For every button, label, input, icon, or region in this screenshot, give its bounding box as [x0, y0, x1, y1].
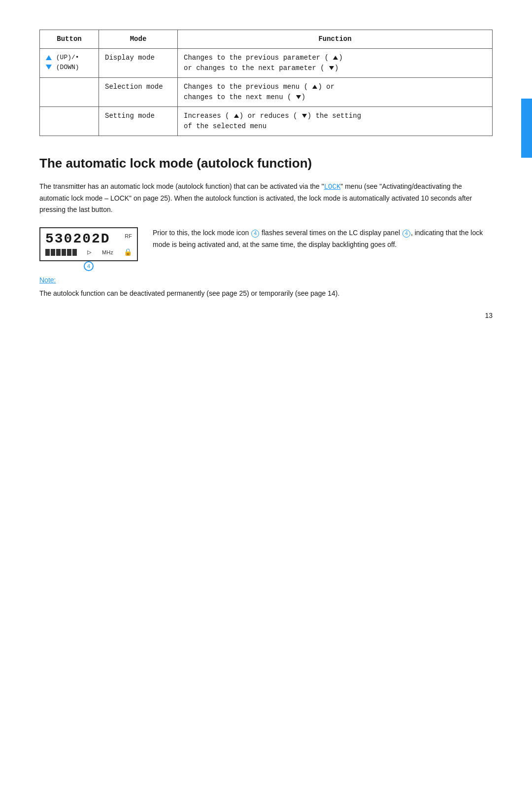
- battery-bar-2: [51, 249, 55, 256]
- note-text: The autolock function can be deactivated…: [39, 288, 493, 299]
- lcd-display: 530202D RF ▷ MHz 🔒: [39, 227, 138, 261]
- table-header-mode: Mode: [99, 30, 178, 49]
- table-cell-function-1: Changes to the previous parameter ( ) or…: [178, 49, 493, 78]
- tri-down-icon-2: [296, 95, 301, 99]
- page-number: 13: [485, 312, 493, 319]
- main-heading: The automatic lock mode (autolock functi…: [39, 156, 493, 171]
- tri-down-icon-3: [302, 114, 307, 118]
- lcd-top-row: 530202D RF: [45, 232, 132, 246]
- down-arrow-icon: [46, 65, 52, 69]
- battery-bar-5: [67, 249, 71, 256]
- lcd-digits: 530202D: [45, 232, 110, 246]
- battery-bar-1: [45, 249, 50, 256]
- table-cell-mode-2: Selection mode: [99, 78, 178, 107]
- table-header-button: Button: [40, 30, 99, 49]
- tri-up-icon-2: [312, 85, 317, 89]
- table-header-function: Function: [178, 30, 493, 49]
- down-label: (DOWN): [56, 64, 79, 71]
- lcd-bottom-row: ▷ MHz 🔒: [45, 248, 132, 256]
- note-label: Note:: [39, 276, 493, 284]
- table-cell-button-1: (UP)/• (DOWN): [40, 49, 99, 78]
- lcd-mhz-label: MHz: [102, 249, 113, 255]
- circle-badge-4-2: 4: [402, 230, 410, 238]
- table-cell-function-2: Changes to the previous menu ( ) or chan…: [178, 78, 493, 107]
- circle-badge-4-1: 4: [251, 230, 259, 238]
- lcd-arrow-right-icon: ▷: [87, 248, 91, 256]
- lcd-lock-icon: 🔒: [124, 248, 132, 256]
- table-cell-mode-1: Display mode: [99, 49, 178, 78]
- lcd-description: Prior to this, the lock mode icon 4 flas…: [153, 227, 493, 250]
- tri-down-icon-1: [329, 66, 334, 70]
- body-paragraph: The transmitter has an automatic lock mo…: [39, 181, 493, 215]
- page-container: Button Mode Function (UP)/• (DOWN) Displ…: [0, 0, 532, 339]
- lcd-battery: [45, 249, 77, 256]
- table-row: (UP)/• (DOWN) Display mode Changes to th…: [40, 49, 493, 78]
- table-row: Setting mode Increases ( ) or reduces ( …: [40, 107, 493, 136]
- note-section: Note: The autolock function can be deact…: [39, 276, 493, 299]
- table-cell-mode-3: Setting mode: [99, 107, 178, 136]
- tri-up-icon-1: [333, 56, 338, 60]
- table-cell-function-3: Increases ( ) or reduces ( ) the setting…: [178, 107, 493, 136]
- tri-up-icon-3: [234, 114, 239, 118]
- lock-link: LOCK: [324, 183, 341, 191]
- lcd-section: 530202D RF ▷ MHz 🔒: [39, 227, 493, 261]
- up-label: (UP)/•: [56, 54, 79, 61]
- table-cell-button-2: [40, 78, 99, 107]
- battery-bar-4: [62, 249, 66, 256]
- side-tab: [521, 99, 532, 158]
- battery-bar-3: [56, 249, 61, 256]
- table-row: Selection mode Changes to the previous m…: [40, 78, 493, 107]
- lcd-rf-label: RF: [125, 233, 132, 239]
- up-arrow-icon: [46, 55, 52, 60]
- lcd-circle-4-badge: 4: [84, 261, 94, 271]
- mode-table: Button Mode Function (UP)/• (DOWN) Displ…: [39, 30, 493, 136]
- battery-bar-6: [72, 249, 77, 256]
- table-cell-button-3: [40, 107, 99, 136]
